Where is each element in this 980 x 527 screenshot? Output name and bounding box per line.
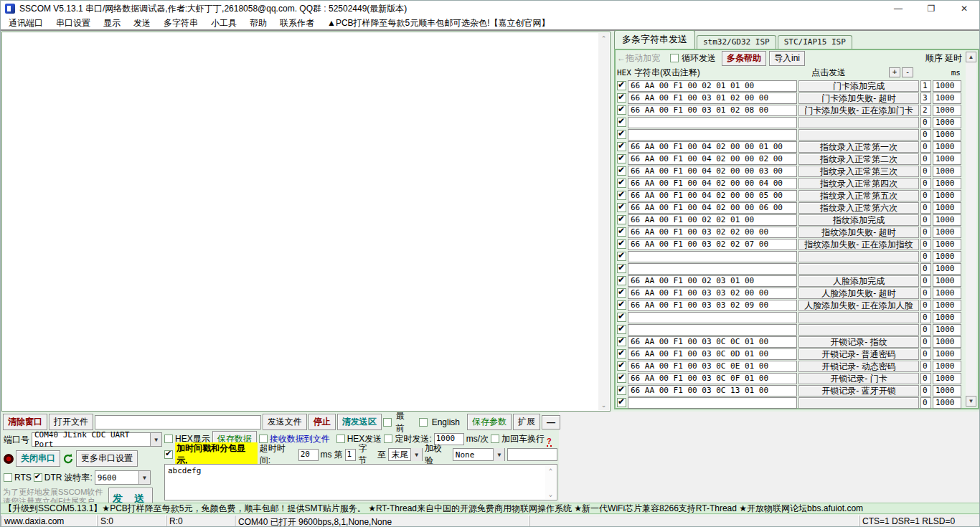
hex-string-input[interactable] — [628, 263, 797, 275]
send-string-button[interactable]: 指纹录入正常第四次 — [798, 178, 919, 189]
delay-input[interactable]: 1000 — [933, 153, 961, 165]
delay-input[interactable]: 1000 — [933, 105, 961, 116]
sequence-input[interactable]: 0 — [920, 129, 931, 141]
send-string-button[interactable] — [798, 251, 919, 262]
hex-string-input[interactable] — [628, 312, 797, 323]
remove-row-button[interactable]: - — [902, 67, 913, 77]
hex-string-input[interactable] — [628, 324, 797, 336]
hex-string-input[interactable]: 66 AA 00 F1 00 02 03 01 00 — [628, 275, 797, 287]
scroll-up-icon[interactable]: ▲ — [966, 52, 976, 62]
hex-checkbox[interactable] — [617, 386, 626, 395]
send-string-button[interactable] — [798, 324, 919, 336]
hex-checkbox[interactable] — [617, 215, 626, 224]
hex-string-input[interactable]: 66 AA 00 F1 00 04 02 00 00 01 00 — [628, 141, 797, 153]
send-area-scrollbar[interactable]: ⌃ ⌄ — [545, 465, 556, 499]
clear-window-button[interactable]: 清除窗口 — [3, 414, 47, 430]
send-string-button[interactable] — [798, 263, 919, 275]
drag-widen-label[interactable]: ←拖动加宽 — [617, 52, 660, 65]
sequence-input[interactable]: 0 — [920, 263, 931, 275]
restore-button[interactable]: ❐ — [915, 1, 948, 16]
menu-item[interactable]: 显示 — [97, 17, 127, 29]
timestamp-label[interactable]: 加时间戳和分包显示, — [175, 442, 258, 467]
hex-checkbox[interactable] — [617, 93, 626, 103]
delay-input[interactable]: 1000 — [933, 312, 961, 323]
import-ini-button[interactable]: 导入ini — [769, 51, 805, 66]
status-website[interactable]: www.daxia.com — [1, 515, 97, 527]
multi-help-button[interactable]: 多条帮助 — [722, 51, 766, 66]
loop-send-checkbox[interactable] — [670, 54, 679, 62]
hex-checkbox[interactable] — [617, 349, 626, 359]
hex-checkbox[interactable] — [617, 118, 626, 127]
timeout-input[interactable]: 20 — [298, 449, 319, 461]
menu-item[interactable]: 小工具 — [204, 17, 243, 29]
send-string-button[interactable]: 开锁记录- 普通密码 — [798, 348, 919, 360]
hex-string-input[interactable]: 66 AA 00 F1 00 03 02 02 00 00 — [628, 227, 797, 238]
hex-checkbox[interactable] — [617, 252, 626, 261]
sequence-input[interactable]: 0 — [920, 239, 931, 250]
menu-item[interactable]: 联系作者 — [273, 17, 321, 29]
scroll-up-icon[interactable]: ⌃ — [545, 465, 556, 476]
to-combobox[interactable]: 末尾 ▼ — [388, 448, 423, 461]
delay-input[interactable]: 1000 — [933, 92, 961, 104]
hex-string-input[interactable]: 66 AA 00 F1 00 03 03 02 09 00 — [628, 300, 797, 311]
chevron-down-icon[interactable]: ▼ — [150, 433, 161, 446]
menu-item[interactable]: 通讯端口 — [2, 17, 50, 29]
delay-input[interactable]: 1000 — [933, 227, 961, 238]
delay-input[interactable]: 1000 — [933, 348, 961, 360]
delay-input[interactable]: 1000 — [933, 288, 961, 299]
sequence-input[interactable]: 0 — [920, 251, 931, 262]
delay-input[interactable]: 1000 — [933, 275, 961, 287]
sequence-input[interactable]: 0 — [920, 141, 931, 153]
delay-input[interactable]: 1000 — [933, 263, 961, 275]
send-file-button[interactable]: 发送文件 — [263, 414, 307, 430]
save-params-button[interactable]: 保存参数 — [467, 414, 512, 430]
send-string-button[interactable] — [798, 312, 919, 323]
hex-checkbox[interactable] — [617, 361, 626, 371]
english-label[interactable]: English — [432, 417, 460, 427]
send-string-button[interactable]: 开锁记录- 门卡 — [798, 373, 919, 384]
delay-input[interactable]: 1000 — [933, 166, 961, 177]
send-string-button[interactable]: 门卡添加失败- 正在添加门卡 — [798, 105, 919, 116]
hex-string-input[interactable] — [628, 397, 797, 409]
menu-item[interactable]: 多字符串 — [157, 17, 204, 29]
delay-input[interactable]: 1000 — [933, 178, 961, 189]
hex-checkbox[interactable] — [617, 81, 626, 90]
hex-string-input[interactable]: 66 AA 00 F1 00 03 01 02 00 00 — [628, 92, 797, 104]
send-string-button[interactable]: 指纹录入正常第三次 — [798, 166, 919, 177]
hex-send-checkbox[interactable] — [336, 435, 345, 443]
hex-string-input[interactable]: 66 AA 00 F1 00 04 02 00 00 06 00 — [628, 202, 797, 214]
sequence-input[interactable]: 2 — [920, 105, 931, 116]
hex-string-input[interactable]: 66 AA 00 F1 00 03 0C 0C 01 00 — [628, 336, 797, 348]
delay-input[interactable]: 1000 — [933, 214, 961, 226]
hex-string-input[interactable]: 66 AA 00 F1 00 04 02 00 00 04 00 — [628, 178, 797, 189]
hex-string-input[interactable] — [628, 129, 797, 141]
hex-checkbox[interactable] — [617, 398, 626, 407]
hex-string-input[interactable]: 66 AA 00 F1 00 04 02 00 00 05 00 — [628, 190, 797, 201]
scroll-down-icon[interactable]: ⌄ — [545, 488, 556, 499]
sequence-input[interactable]: 0 — [920, 348, 931, 360]
sequence-input[interactable]: 0 — [920, 312, 931, 323]
send-string-button[interactable] — [798, 129, 919, 141]
stop-button[interactable]: 停止 — [308, 414, 336, 430]
close-port-button[interactable]: 关闭串口 — [16, 450, 60, 467]
chevron-down-icon[interactable]: ▼ — [493, 448, 504, 461]
hex-checkbox[interactable] — [617, 374, 626, 383]
sequence-input[interactable]: 0 — [920, 275, 931, 287]
hex-checkbox[interactable] — [617, 154, 626, 163]
send-string-button[interactable]: 人脸添加失败- 超时 — [798, 288, 919, 299]
hex-checkbox[interactable] — [617, 142, 626, 151]
delay-input[interactable]: 1000 — [933, 373, 961, 384]
hex-string-input[interactable]: 66 AA 00 F1 00 02 02 01 00 — [628, 214, 797, 226]
sequence-input[interactable]: 0 — [920, 336, 931, 348]
delay-input[interactable]: 1000 — [933, 190, 961, 201]
hex-checkbox[interactable] — [617, 191, 626, 200]
hex-checkbox[interactable] — [617, 227, 626, 237]
sequence-input[interactable]: 0 — [920, 202, 931, 214]
hex-string-input[interactable]: 66 AA 00 F1 00 03 02 02 07 00 — [628, 239, 797, 250]
tab-multi-string-send[interactable]: 多条字符串发送 — [614, 30, 695, 49]
help-question-icon[interactable]: ? — [547, 437, 552, 447]
refresh-ports-icon[interactable] — [62, 453, 74, 465]
menu-item[interactable]: 发送 — [127, 17, 157, 29]
send-string-button[interactable]: 指纹添加失败- 正在添加指纹 — [798, 239, 919, 250]
hex-string-input[interactable]: 66 AA 00 F1 00 03 0C 13 01 00 — [628, 385, 797, 397]
